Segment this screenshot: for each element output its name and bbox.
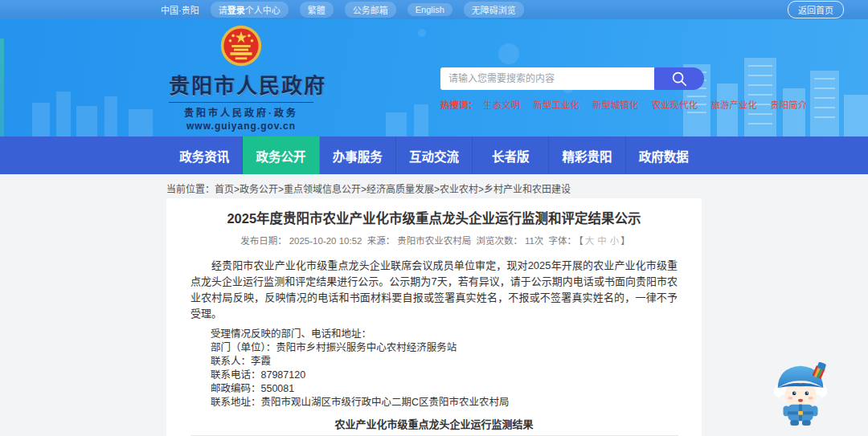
article-title: 2025年度贵阳市农业产业化市级重点龙头企业运行监测和评定结果公示	[190, 210, 678, 227]
nav-tab-data[interactable]: 政府数据	[626, 137, 702, 174]
breadcrumb: 当前位置：首页>政务公开>重点领域信息公开>经济高质量发展>农业农村>乡村产业和…	[166, 174, 702, 195]
site-url: www.guiyang.gov.cn	[169, 120, 313, 132]
contact-department: 部门（单位）：贵阳市乡村振兴服务中心农村经济服务站	[190, 341, 678, 355]
city-skyline-decoration	[0, 56, 868, 137]
site-header: 贵阳市人民政府 贵阳市人民政府·政务 www.guiyang.gov.cn 热搜…	[0, 19, 868, 137]
bokeh-decoration	[418, 29, 426, 37]
login-bold: 登录	[227, 6, 245, 15]
nav-tab-highlights[interactable]: 精彩贵阳	[549, 137, 625, 174]
nav-tab-services[interactable]: 办事服务	[320, 137, 396, 174]
font-size-large[interactable]: 大	[585, 236, 595, 246]
hot-search-link-ecology[interactable]: 生态文明	[483, 100, 520, 110]
search-area: 热搜词： 生态文明 新型工业化 新型城镇化 农业现代化 旅游产业化 贵阳简介	[440, 67, 706, 111]
site-logo[interactable]: 贵阳市人民政府 贵阳市人民政府·政务 www.guiyang.gov.cn	[169, 24, 313, 132]
font-size-small[interactable]: 小	[610, 236, 620, 246]
bracket-close: 】	[620, 236, 630, 246]
nav-tab-senior[interactable]: 长者版	[473, 137, 549, 174]
views-label: 浏览次数：	[476, 236, 522, 246]
region-link[interactable]: 中国·贵阳	[161, 3, 199, 16]
official-mail-link[interactable]: 公务邮箱	[345, 2, 396, 18]
font-size-medium[interactable]: 中	[597, 236, 607, 246]
contact-person: 联系人：李霞	[190, 355, 678, 369]
views-value: 11次	[525, 236, 543, 246]
back-home-button[interactable]: 返回首页	[788, 1, 844, 18]
contact-phone: 联系电话：87987120	[190, 369, 678, 382]
font-size-label: 字体：	[549, 236, 577, 246]
publish-date: 2025-10-20 10:52	[289, 236, 362, 246]
article-meta: 发布日期：2025-10-20 10:52 来源：贵阳市农业农村局 浏览次数：1…	[190, 234, 678, 247]
page-edge-decoration	[0, 39, 4, 137]
accessibility-link[interactable]: 无障碍浏览	[464, 2, 524, 18]
bracket-open: 【	[579, 236, 583, 246]
table-caption: 农业产业化市级重点龙头企业运行监测结果	[190, 416, 678, 431]
contact-heading: 受理情况反映的部门、电话和地址：	[190, 328, 678, 341]
contact-address: 联系地址：贵阳市观山湖区市级行政中心二期C区贵阳市农业农村局	[190, 396, 678, 410]
traditional-chinese-link[interactable]: 繁體	[300, 2, 334, 18]
nav-tab-interaction[interactable]: 互动交流	[396, 137, 473, 174]
login-prefix: 请	[219, 6, 227, 15]
mascot-icon	[768, 357, 833, 427]
article-card: 2025年度贵阳市农业产业化市级重点龙头企业运行监测和评定结果公示 发布日期：2…	[166, 198, 702, 436]
nav-tab-gov-affairs[interactable]: 政务公开	[243, 137, 319, 174]
content-area: 2025年度贵阳市农业产业化市级重点龙头企业运行监测和评定结果公示 发布日期：2…	[0, 198, 868, 436]
search-icon	[670, 70, 688, 88]
page: 中国·贵阳 请登录个人中心 繁體 公务邮箱 English 无障碍浏览 返回首页	[0, 0, 868, 436]
hot-search-link-agriculture[interactable]: 农业现代化	[652, 100, 698, 110]
hot-search-row: 热搜词： 生态文明 新型工业化 新型城镇化 农业现代化 旅游产业化 贵阳简介	[440, 98, 706, 111]
site-title: 贵阳市人民政府	[169, 69, 313, 99]
login-link[interactable]: 请登录个人中心	[211, 2, 289, 18]
breadcrumb-label: 当前位置：	[166, 184, 215, 195]
mascot-assistant[interactable]	[768, 357, 833, 430]
article-body: 经贵阳市农业产业化市级重点龙头企业联席会议成员单位审定，现对2025年开展的农业…	[190, 258, 678, 436]
hot-search-link-intro[interactable]: 贵阳简介	[770, 100, 807, 110]
login-suffix: 个人中心	[245, 6, 280, 15]
article-paragraph-intro: 经贵阳市农业产业化市级重点龙头企业联席会议成员单位审定，现对2025年开展的农业…	[190, 258, 678, 322]
publish-date-label: 发布日期：	[240, 236, 287, 246]
site-subtitle: 贵阳市人民政府·政务	[169, 102, 313, 119]
main-nav: 政务资讯 政务公开 办事服务 互动交流 长者版 精彩贵阳 政府数据	[0, 137, 868, 174]
national-emblem-icon	[219, 24, 263, 67]
search-input[interactable]	[440, 67, 654, 90]
hot-search-label: 热搜词：	[440, 100, 477, 110]
source-label: 来源：	[367, 236, 395, 246]
search-button[interactable]	[654, 67, 704, 90]
contact-postcode: 邮政编码：550081	[190, 382, 678, 396]
breadcrumb-path[interactable]: 首页>政务公开>重点领域信息公开>经济高质量发展>农业农村>乡村产业和农田建设	[215, 184, 571, 195]
english-link[interactable]: English	[407, 3, 452, 16]
nav-tab-news[interactable]: 政务资讯	[166, 137, 243, 174]
hot-search-link-tourism[interactable]: 旅游产业化	[711, 100, 758, 110]
hot-search-link-urbanization[interactable]: 新型城镇化	[592, 100, 639, 110]
source-value: 贵阳市农业农村局	[397, 236, 471, 246]
topbar: 中国·贵阳 请登录个人中心 繁體 公务邮箱 English 无障碍浏览 返回首页	[0, 0, 868, 19]
breadcrumb-row: 当前位置：首页>政务公开>重点领域信息公开>经济高质量发展>农业农村>乡村产业和…	[0, 174, 868, 198]
hot-search-link-industry[interactable]: 新型工业化	[533, 100, 579, 110]
